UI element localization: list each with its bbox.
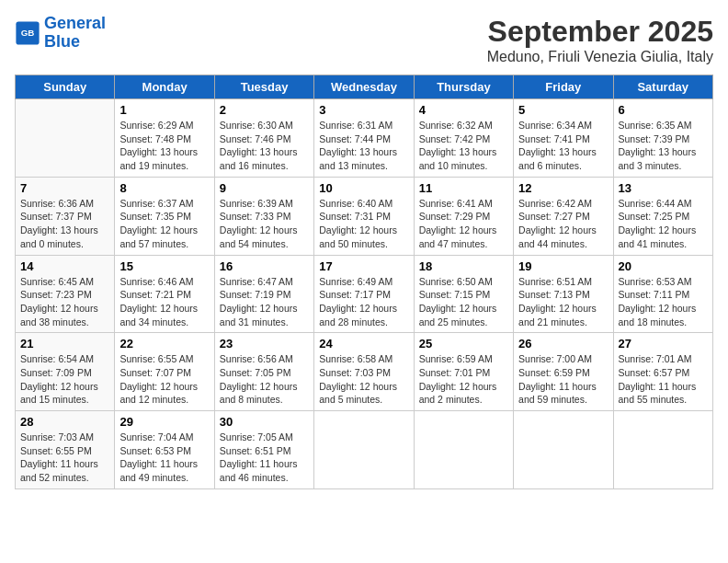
- calendar-cell: 26Sunrise: 7:00 AMSunset: 6:59 PMDayligh…: [514, 333, 613, 411]
- calendar-header-row: SundayMondayTuesdayWednesdayThursdayFrid…: [16, 75, 713, 99]
- day-number: 25: [419, 337, 508, 350]
- calendar-cell: 14Sunrise: 6:45 AMSunset: 7:23 PMDayligh…: [16, 255, 115, 333]
- calendar-cell: 21Sunrise: 6:54 AMSunset: 7:09 PMDayligh…: [16, 333, 115, 411]
- day-info: Sunrise: 6:41 AMSunset: 7:29 PMDaylight:…: [419, 197, 508, 251]
- day-info: Sunrise: 6:53 AMSunset: 7:11 PMDaylight:…: [619, 275, 708, 329]
- calendar-cell: 1Sunrise: 6:29 AMSunset: 7:48 PMDaylight…: [115, 99, 214, 178]
- day-number: 9: [220, 181, 309, 195]
- day-info: Sunrise: 6:44 AMSunset: 7:25 PMDaylight:…: [619, 197, 708, 251]
- day-info: Sunrise: 6:42 AMSunset: 7:27 PMDaylight:…: [518, 197, 608, 251]
- calendar-cell: 12Sunrise: 6:42 AMSunset: 7:27 PMDayligh…: [514, 177, 613, 255]
- day-number: 21: [20, 337, 109, 350]
- day-info: Sunrise: 7:01 AMSunset: 6:57 PMDaylight:…: [619, 352, 708, 407]
- header-cell-sunday: Sunday: [16, 75, 115, 99]
- calendar-cell: 6Sunrise: 6:35 AMSunset: 7:39 PMDaylight…: [613, 99, 712, 178]
- day-info: Sunrise: 7:00 AMSunset: 6:59 PMDaylight:…: [518, 352, 608, 407]
- day-info: Sunrise: 6:36 AMSunset: 7:37 PMDaylight:…: [20, 197, 109, 251]
- day-number: 18: [419, 259, 508, 273]
- calendar-cell: 7Sunrise: 6:36 AMSunset: 7:37 PMDaylight…: [16, 177, 115, 255]
- day-info: Sunrise: 6:45 AMSunset: 7:23 PMDaylight:…: [20, 275, 109, 329]
- day-info: Sunrise: 7:03 AMSunset: 6:55 PMDaylight:…: [20, 431, 109, 485]
- header-cell-friday: Friday: [514, 75, 613, 99]
- calendar-week-row: 7Sunrise: 6:36 AMSunset: 7:37 PMDaylight…: [16, 177, 713, 255]
- day-info: Sunrise: 6:46 AMSunset: 7:21 PMDaylight:…: [119, 275, 209, 329]
- day-number: 28: [20, 415, 109, 429]
- logo-icon: GB: [15, 20, 40, 46]
- calendar-cell: [414, 411, 513, 489]
- calendar-week-row: 14Sunrise: 6:45 AMSunset: 7:23 PMDayligh…: [16, 255, 713, 333]
- title-block: September 2025 Meduno, Friuli Venezia Gi…: [487, 15, 713, 65]
- day-info: Sunrise: 6:51 AMSunset: 7:13 PMDaylight:…: [518, 275, 608, 329]
- header-cell-thursday: Thursday: [414, 75, 513, 99]
- day-number: 14: [20, 259, 109, 273]
- day-number: 24: [319, 337, 408, 350]
- calendar-cell: 27Sunrise: 7:01 AMSunset: 6:57 PMDayligh…: [613, 333, 712, 411]
- day-info: Sunrise: 6:55 AMSunset: 7:07 PMDaylight:…: [119, 352, 209, 407]
- calendar-cell: 8Sunrise: 6:37 AMSunset: 7:35 PMDaylight…: [115, 177, 214, 255]
- day-number: 1: [119, 103, 209, 117]
- calendar-cell: 30Sunrise: 7:05 AMSunset: 6:51 PMDayligh…: [214, 411, 313, 489]
- day-number: 4: [419, 103, 508, 117]
- day-number: 27: [619, 337, 708, 350]
- calendar-subtitle: Meduno, Friuli Venezia Giulia, Italy: [487, 49, 713, 65]
- day-info: Sunrise: 6:34 AMSunset: 7:41 PMDaylight:…: [518, 119, 608, 173]
- calendar-week-row: 21Sunrise: 6:54 AMSunset: 7:09 PMDayligh…: [16, 333, 713, 411]
- day-info: Sunrise: 6:39 AMSunset: 7:33 PMDaylight:…: [220, 197, 309, 251]
- header-cell-tuesday: Tuesday: [214, 75, 313, 99]
- calendar-cell: 29Sunrise: 7:04 AMSunset: 6:53 PMDayligh…: [115, 411, 214, 489]
- day-number: 16: [220, 259, 309, 273]
- day-info: Sunrise: 6:32 AMSunset: 7:42 PMDaylight:…: [419, 119, 508, 173]
- calendar-cell: 19Sunrise: 6:51 AMSunset: 7:13 PMDayligh…: [514, 255, 613, 333]
- page-header: GB General Blue September 2025 Meduno, F…: [15, 15, 713, 65]
- day-number: 29: [119, 415, 209, 429]
- calendar-cell: [613, 411, 712, 489]
- calendar-week-row: 1Sunrise: 6:29 AMSunset: 7:48 PMDaylight…: [16, 99, 713, 178]
- calendar-cell: 13Sunrise: 6:44 AMSunset: 7:25 PMDayligh…: [613, 177, 712, 255]
- calendar-cell: 24Sunrise: 6:58 AMSunset: 7:03 PMDayligh…: [314, 333, 414, 411]
- day-info: Sunrise: 6:58 AMSunset: 7:03 PMDaylight:…: [319, 352, 408, 407]
- calendar-cell: 28Sunrise: 7:03 AMSunset: 6:55 PMDayligh…: [16, 411, 115, 489]
- day-info: Sunrise: 6:31 AMSunset: 7:44 PMDaylight:…: [319, 119, 408, 173]
- calendar-cell: [314, 411, 414, 489]
- day-number: 30: [220, 415, 309, 429]
- svg-text:GB: GB: [21, 28, 35, 38]
- calendar-cell: 16Sunrise: 6:47 AMSunset: 7:19 PMDayligh…: [214, 255, 313, 333]
- day-info: Sunrise: 6:37 AMSunset: 7:35 PMDaylight:…: [119, 197, 209, 251]
- header-cell-monday: Monday: [115, 75, 214, 99]
- day-number: 11: [419, 181, 508, 195]
- day-number: 17: [319, 259, 408, 273]
- day-info: Sunrise: 6:30 AMSunset: 7:46 PMDaylight:…: [220, 119, 309, 173]
- logo: GB General Blue: [15, 15, 106, 52]
- day-number: 23: [220, 337, 309, 350]
- day-info: Sunrise: 6:59 AMSunset: 7:01 PMDaylight:…: [419, 352, 508, 407]
- day-info: Sunrise: 6:40 AMSunset: 7:31 PMDaylight:…: [319, 197, 408, 251]
- header-cell-saturday: Saturday: [613, 75, 712, 99]
- calendar-cell: 25Sunrise: 6:59 AMSunset: 7:01 PMDayligh…: [414, 333, 513, 411]
- day-info: Sunrise: 6:56 AMSunset: 7:05 PMDaylight:…: [220, 352, 309, 407]
- day-number: 7: [20, 181, 109, 195]
- calendar-cell: 11Sunrise: 6:41 AMSunset: 7:29 PMDayligh…: [414, 177, 513, 255]
- calendar-cell: 20Sunrise: 6:53 AMSunset: 7:11 PMDayligh…: [613, 255, 712, 333]
- logo-text: General Blue: [44, 15, 106, 52]
- calendar-cell: 23Sunrise: 6:56 AMSunset: 7:05 PMDayligh…: [214, 333, 313, 411]
- day-info: Sunrise: 6:50 AMSunset: 7:15 PMDaylight:…: [419, 275, 508, 329]
- calendar-cell: 18Sunrise: 6:50 AMSunset: 7:15 PMDayligh…: [414, 255, 513, 333]
- calendar-cell: 9Sunrise: 6:39 AMSunset: 7:33 PMDaylight…: [214, 177, 313, 255]
- day-info: Sunrise: 7:04 AMSunset: 6:53 PMDaylight:…: [119, 431, 209, 485]
- header-cell-wednesday: Wednesday: [314, 75, 414, 99]
- day-number: 10: [319, 181, 408, 195]
- day-number: 15: [119, 259, 209, 273]
- day-number: 26: [518, 337, 608, 350]
- calendar-cell: 5Sunrise: 6:34 AMSunset: 7:41 PMDaylight…: [514, 99, 613, 178]
- day-number: 5: [518, 103, 608, 117]
- calendar-cell: 10Sunrise: 6:40 AMSunset: 7:31 PMDayligh…: [314, 177, 414, 255]
- day-number: 6: [619, 103, 708, 117]
- day-info: Sunrise: 6:29 AMSunset: 7:48 PMDaylight:…: [119, 119, 209, 173]
- day-number: 8: [119, 181, 209, 195]
- day-info: Sunrise: 6:49 AMSunset: 7:17 PMDaylight:…: [319, 275, 408, 329]
- day-number: 3: [319, 103, 408, 117]
- calendar-title: September 2025: [487, 15, 713, 49]
- day-number: 2: [220, 103, 309, 117]
- calendar-table: SundayMondayTuesdayWednesdayThursdayFrid…: [15, 75, 713, 489]
- calendar-cell: [16, 99, 115, 178]
